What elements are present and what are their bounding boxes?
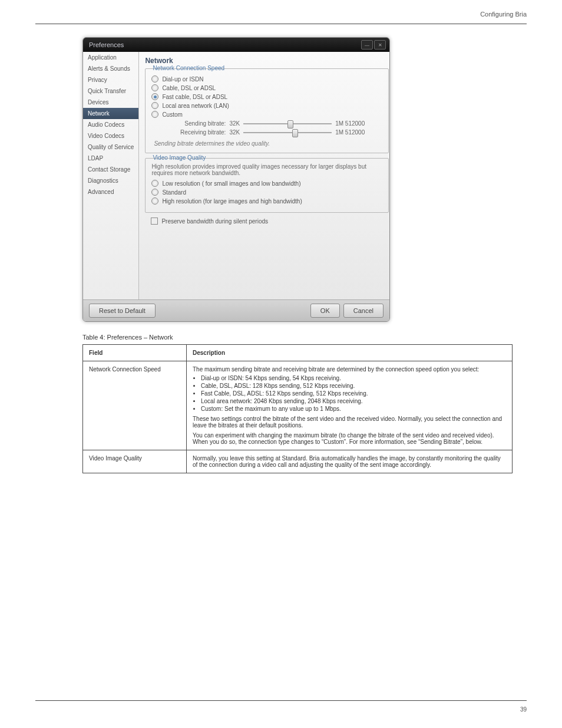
table-cell-field: Network Connection Speed [83,361,187,450]
slider-track[interactable] [243,132,332,133]
footer-right: 39 [520,706,527,713]
slider-label: Sending bitrate: [167,120,226,127]
bottom-rule [35,700,527,701]
radio-icon[interactable] [151,84,158,91]
bullet-item: Local area network: 2048 Kbps sending, 2… [201,398,506,404]
desc-p2: You can experiment with changing the max… [193,432,506,445]
top-rule [35,24,527,24]
bitrate-hint: Sending bitrate determines the video qua… [151,140,382,147]
minimize-icon[interactable]: — [361,40,373,50]
bullet-item: Custom: Set the maximum to any value up … [201,406,506,412]
sidebar: ApplicationAlerts & SoundsPrivacyQuick T… [83,52,139,299]
reset-button[interactable]: Reset to Default [89,304,156,318]
slider-thumb[interactable] [292,129,298,137]
sidebar-item-video-codecs[interactable]: Video Codecs [83,130,138,141]
preferences-dialog: Preferences — ✕ ApplicationAlerts & Soun… [82,37,390,322]
table-caption: Table 4: Preferences – Network [82,334,527,341]
sidebar-item-privacy[interactable]: Privacy [83,74,138,85]
dialog-title: Preferences [89,41,124,48]
radio-label: Standard [162,189,186,196]
radio-icon[interactable] [151,197,158,205]
bullet-item: Cable, DSL, ADSL: 128 Kbps sending, 512 … [201,383,506,389]
radio-icon[interactable] [151,189,158,196]
sidebar-item-audio-codecs[interactable]: Audio Codecs [83,119,138,130]
radio-dial-up-or-isdn[interactable]: Dial-up or ISDN [151,75,382,83]
radio-label: Dial-up or ISDN [162,76,203,83]
radio-icon[interactable] [151,102,158,109]
slider-receiving-bitrate-[interactable]: Receiving bitrate:32K1M 512000 [167,129,382,136]
sidebar-item-alerts-sounds[interactable]: Alerts & Sounds [83,63,138,74]
video-quality-intro: High resolution provides improved qualit… [151,163,382,176]
radio-standard[interactable]: Standard [151,189,382,196]
radio-icon[interactable] [151,111,158,118]
radio-cable-dsl-or-adsl[interactable]: Cable, DSL or ADSL [151,84,382,91]
checkbox-icon[interactable] [151,218,158,225]
dialog-content: Network Network Connection Speed Dial-up… [139,52,390,299]
radio-custom[interactable]: Custom [151,111,382,118]
slider-min: 32K [229,120,240,127]
close-icon[interactable]: ✕ [374,40,386,50]
radio-fast-cable-dsl-or-adsl[interactable]: Fast cable, DSL or ADSL [151,93,382,100]
ok-button[interactable]: OK [310,304,340,318]
sidebar-item-diagnostics[interactable]: Diagnostics [83,175,138,186]
preserve-bandwidth-label: Preserve bandwidth during silent periods [161,218,268,225]
preferences-table: Field Description Network Connection Spe… [82,344,513,473]
preserve-bandwidth-row[interactable]: Preserve bandwidth during silent periods [151,218,389,225]
slider-sending-bitrate-[interactable]: Sending bitrate:32K1M 512000 [167,120,382,127]
radio-label: Low resolution ( for small images and lo… [162,180,300,187]
sidebar-item-contact-storage[interactable]: Contact Storage [83,164,138,175]
radio-label: Fast cable, DSL or ADSL [162,94,227,100]
group-legend-video: Video Image Quality [150,154,208,161]
radio-label: Local area network (LAN) [162,103,229,109]
slider-readout: 1M 512000 [335,129,382,136]
desc-p1: These two settings control the bitrate o… [193,416,506,429]
bullet-item: Fast Cable, DSL, ADSL: 512 Kbps sending,… [201,390,506,397]
table-cell-description: Normally, you leave this setting at Stan… [187,450,513,473]
radio-local-area-network-lan-[interactable]: Local area network (LAN) [151,102,382,109]
table-cell-field: Video Image Quality [83,450,187,473]
table-header-field: Field [83,345,187,361]
sidebar-item-quick-transfer[interactable]: Quick Transfer [83,85,138,97]
slider-min: 32K [229,129,240,136]
radio-label: Cable, DSL or ADSL [162,85,216,91]
page-header-right: Configuring Bria [480,11,527,18]
radio-icon[interactable] [151,93,158,100]
slider-thumb[interactable] [287,120,293,129]
slider-track[interactable] [243,123,332,124]
group-video-quality: Video Image Quality High resolution prov… [145,158,389,213]
group-legend-connection: Network Connection Speed [150,65,227,71]
desc-intro: The maximum sending bitrate and receivin… [193,366,506,373]
sidebar-item-quality-of-service[interactable]: Quality of Service [83,141,138,153]
dialog-titlebar[interactable]: Preferences — ✕ [83,38,389,52]
sidebar-item-advanced[interactable]: Advanced [83,186,138,197]
content-title: Network [145,57,389,65]
slider-readout: 1M 512000 [335,120,382,127]
sidebar-item-network[interactable]: Network [83,108,138,119]
bullet-item: Dial-up or ISDN: 54 Kbps sending, 54 Kbp… [201,375,506,381]
radio-label: High resolution (for large images and hi… [162,198,302,205]
table-header-description: Description [187,345,513,361]
sidebar-item-ldap[interactable]: LDAP [83,153,138,164]
slider-label: Receiving bitrate: [167,129,226,136]
cancel-button[interactable]: Cancel [343,304,384,318]
group-connection-speed: Network Connection Speed Dial-up or ISDN… [145,68,389,153]
radio-label: Custom [162,111,182,118]
sidebar-item-devices[interactable]: Devices [83,97,138,108]
radio-high-resolution-for-large-images-and-high-bandwidth-[interactable]: High resolution (for large images and hi… [151,197,382,205]
radio-icon[interactable] [151,180,158,187]
table-cell-description: The maximum sending bitrate and receivin… [187,361,513,450]
dialog-footer: Reset to Default OK Cancel [83,299,389,321]
radio-icon[interactable] [151,75,158,83]
sidebar-item-application[interactable]: Application [83,52,138,63]
radio-low-resolution-for-small-images-and-low-bandwidth-[interactable]: Low resolution ( for small images and lo… [151,180,382,187]
